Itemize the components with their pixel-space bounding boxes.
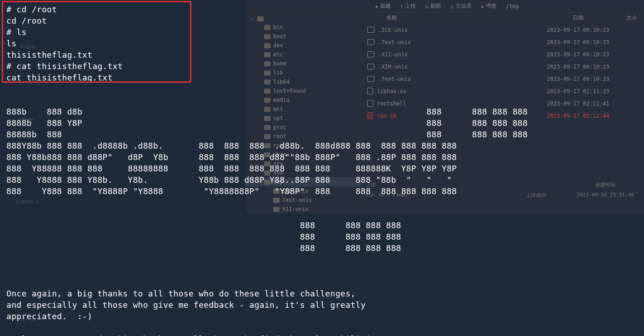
terminal[interactable]: # cd /root cd /root # ls ls thisisthefla… xyxy=(0,0,644,336)
